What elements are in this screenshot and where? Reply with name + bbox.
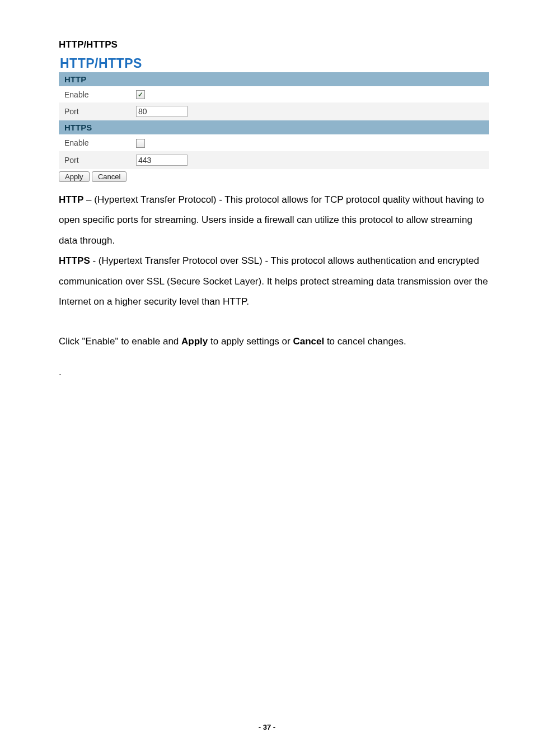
- settings-table: HTTP Enable Port HTTPS Enable: [59, 72, 489, 169]
- settings-panel: HTTP/HTTPS HTTP Enable Port HTTPS: [59, 56, 489, 182]
- instr-a: Click "Enable" to enable and: [59, 336, 181, 347]
- https-section-header-row: HTTPS: [59, 120, 489, 134]
- button-row: Apply Cancel: [59, 169, 489, 182]
- instr-cancel: Cancel: [293, 336, 324, 347]
- https-port-input[interactable]: [136, 155, 188, 166]
- http-desc: – (Hypertext Transfer Protocol) - This p…: [59, 194, 484, 246]
- http-port-label: Port: [59, 102, 130, 120]
- https-port-row: Port: [59, 151, 489, 169]
- stray-dot: .: [59, 367, 489, 377]
- panel-heading: HTTP/HTTPS: [60, 56, 489, 71]
- http-enable-row: Enable: [59, 86, 489, 102]
- https-section-header: HTTPS: [59, 120, 489, 134]
- http-port-row: Port: [59, 102, 489, 120]
- https-port-label: Port: [59, 151, 130, 169]
- http-enable-checkbox[interactable]: [136, 90, 145, 99]
- page-number: - 37 -: [0, 723, 534, 731]
- cancel-button[interactable]: Cancel: [92, 171, 127, 182]
- https-term: HTTPS: [59, 255, 90, 266]
- paragraph-instructions: Click "Enable" to enable and Apply to ap…: [59, 332, 489, 352]
- instr-e: to cancel changes.: [324, 336, 406, 347]
- body-text: HTTP – (Hypertext Transfer Protocol) - T…: [59, 190, 489, 352]
- http-section-header: HTTP: [59, 72, 489, 86]
- https-enable-checkbox[interactable]: [136, 139, 145, 148]
- apply-button[interactable]: Apply: [59, 171, 90, 182]
- https-enable-label: Enable: [59, 134, 130, 151]
- https-desc: - (Hypertext Transfer Protocol over SSL)…: [59, 255, 488, 307]
- paragraph-https: HTTPS - (Hypertext Transfer Protocol ove…: [59, 251, 489, 312]
- http-port-input[interactable]: [136, 106, 188, 117]
- instr-apply: Apply: [181, 336, 208, 347]
- instr-c: to apply settings or: [208, 336, 293, 347]
- paragraph-http: HTTP – (Hypertext Transfer Protocol) - T…: [59, 190, 489, 251]
- section-title: HTTP/HTTPS: [59, 39, 489, 50]
- http-enable-label: Enable: [59, 86, 130, 102]
- http-section-header-row: HTTP: [59, 72, 489, 86]
- http-term: HTTP: [59, 194, 83, 205]
- https-enable-row: Enable: [59, 134, 489, 151]
